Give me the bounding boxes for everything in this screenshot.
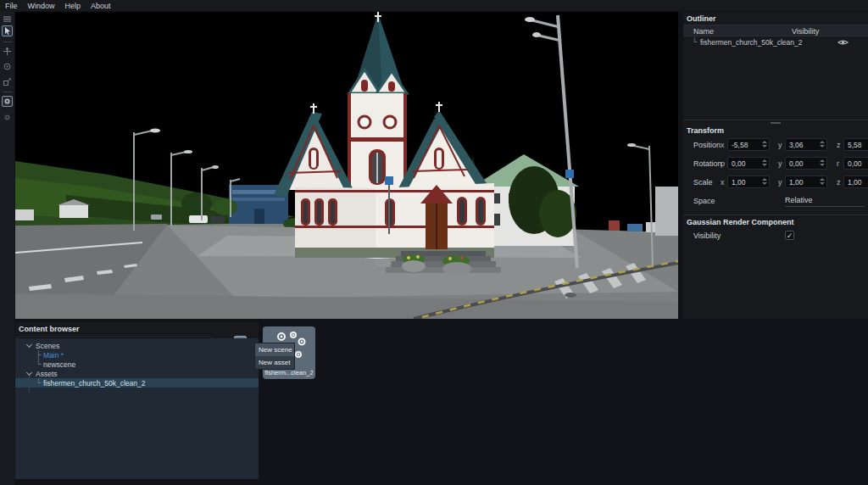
content-browser-title: Content browser — [15, 322, 259, 335]
move-tool-icon[interactable] — [2, 46, 13, 57]
menu-window[interactable]: Window — [28, 2, 55, 10]
position-x-field[interactable]: -5,58 — [727, 138, 770, 151]
gaussian-splat-scene — [15, 12, 678, 319]
axis-label: z — [837, 141, 841, 149]
tree-item-assets[interactable]: Assets — [15, 369, 259, 378]
axis-label: x — [721, 178, 725, 187]
toolbar-separator — [3, 92, 12, 92]
context-menu-new-scene[interactable]: New scene — [255, 343, 294, 356]
axis-label: p — [721, 159, 725, 168]
rotation-y-field[interactable]: 0,00 — [785, 157, 827, 170]
splat-point-secondary-icon[interactable] — [2, 112, 13, 123]
transform-position-row: Position x -5,58 y 3,06 z 5,58 — [683, 137, 868, 155]
axis-label: y — [778, 178, 782, 187]
tree-branch-glyph: └ — [692, 37, 697, 46]
axis-label: y — [778, 159, 782, 168]
scale-tool-icon[interactable] — [2, 76, 13, 87]
tree-item-newscene[interactable]: └ newscene — [15, 360, 259, 369]
transform-space-row: Space Relative — [683, 192, 868, 211]
gaussian-render-title: Gaussian Render Component — [683, 215, 868, 228]
axis-label: y — [778, 141, 782, 149]
rotation-p-field[interactable]: 0,00 — [727, 157, 770, 170]
content-browser-tree: Scenes ├ Main * └ newscene Assets └ fish… — [15, 338, 259, 479]
asset-tile-label: fisherm...clean_2 — [263, 369, 315, 376]
menu-file[interactable]: File — [5, 2, 18, 10]
visibility-eye-icon[interactable] — [837, 39, 849, 46]
scale-label: Scale — [693, 178, 713, 187]
toolbar-separator — [3, 42, 12, 42]
space-select[interactable]: Relative — [785, 196, 865, 207]
tree-item-scenes[interactable]: Scenes — [15, 341, 259, 350]
axis-label: r — [837, 159, 839, 168]
scale-z-field[interactable]: 1,00 — [843, 176, 868, 188]
tree-branch-glyph: └ — [36, 360, 41, 368]
outliner-title: Outliner — [683, 12, 868, 25]
transform-rotation-row: Rotation p 0,00 y 0,00 r 0,00 — [683, 155, 868, 174]
panel-splitter[interactable] — [683, 120, 868, 126]
inspector-panel: Outliner Name Visibility └ fishermen_chu… — [683, 12, 868, 319]
menu-help[interactable]: Help — [65, 2, 81, 10]
spinner-icon[interactable] — [820, 178, 825, 187]
position-label: Position — [693, 141, 721, 149]
spinner-icon[interactable] — [762, 178, 767, 187]
position-y-field[interactable]: 3,06 — [785, 138, 827, 151]
outliner-row[interactable]: └ fishermen_church_50k_clean_2 — [683, 36, 868, 48]
outliner-col-name: Name — [693, 27, 714, 36]
outliner-col-visibility: Visibility — [792, 27, 819, 36]
gaussian-visibility-row: Visibility ✓ — [683, 228, 868, 245]
rotation-r-field[interactable]: 0,00 — [843, 157, 868, 170]
tree-item-fishermen-church-asset[interactable]: └ fishermen_church_50k_clean_2 — [15, 378, 259, 387]
outliner-item-name[interactable]: fishermen_church_50k_clean_2 — [700, 38, 803, 47]
context-menu-new-asset[interactable]: New asset — [255, 356, 294, 369]
transform-title: Transform — [683, 126, 868, 137]
scale-x-field[interactable]: 1,00 — [727, 176, 770, 188]
axis-label: x — [721, 141, 725, 149]
spinner-icon[interactable] — [762, 141, 767, 149]
menu-icon[interactable] — [2, 14, 13, 25]
spinner-icon[interactable] — [820, 159, 825, 168]
content-browser-panel: Content browser + Scenes ├ Main * └ news… — [15, 322, 259, 479]
chevron-down-icon[interactable] — [26, 370, 32, 376]
rotation-label: Rotation — [693, 159, 722, 168]
outliner-column-headers: Name Visibility — [683, 25, 868, 36]
tree-item-main-scene[interactable]: ├ Main * — [15, 350, 259, 360]
visibility-checkbox[interactable]: ✓ — [785, 231, 794, 240]
menu-bar: File Window Help About — [0, 0, 868, 11]
transform-scale-row: Scale x 1,00 y 1,00 z 1,00 — [683, 174, 868, 192]
select-tool-icon[interactable] — [2, 25, 13, 36]
rotate-tool-icon[interactable] — [2, 61, 13, 72]
tree-branch-glyph: └ — [36, 378, 41, 387]
viewport-3d[interactable] — [15, 12, 678, 319]
context-menu: New scene New asset — [254, 343, 295, 370]
tool-sidebar — [0, 11, 14, 485]
tree-branch-glyph: ├ — [36, 350, 41, 359]
space-label: Space — [693, 197, 715, 205]
splat-point-tool-icon[interactable] — [2, 96, 13, 107]
visibility-label: Visibility — [693, 231, 721, 240]
gaussian-render-section: Gaussian Render Component Visibility ✓ — [683, 215, 868, 245]
position-z-field[interactable]: 5,58 — [843, 138, 868, 151]
spinner-icon[interactable] — [820, 141, 825, 149]
chevron-down-icon[interactable] — [26, 342, 32, 348]
menu-about[interactable]: About — [91, 2, 111, 10]
spinner-icon[interactable] — [762, 159, 767, 168]
scale-y-field[interactable]: 1,00 — [785, 176, 827, 188]
axis-label: z — [837, 178, 841, 187]
